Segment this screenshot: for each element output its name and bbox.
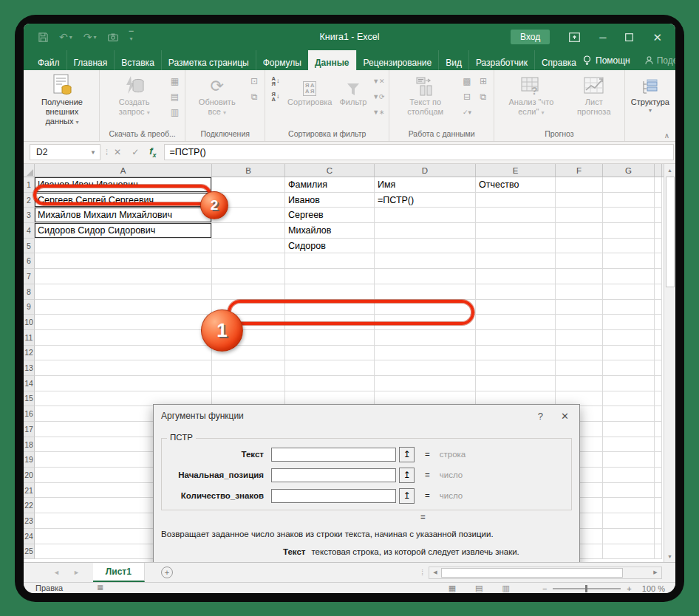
cell-G22[interactable] xyxy=(603,498,655,513)
row-header-20[interactable]: 20 xyxy=(24,468,35,483)
share-button[interactable]: Поделиться xyxy=(645,55,675,66)
cell-partial[interactable] xyxy=(655,239,662,254)
row-header-11[interactable]: 11 xyxy=(24,330,35,346)
cell-E8[interactable] xyxy=(476,284,556,300)
tab-Рецензирование[interactable]: Рецензирование xyxy=(356,50,439,70)
cell-partial[interactable] xyxy=(655,498,662,513)
row-header-19[interactable]: 19 xyxy=(24,452,35,468)
cell-partial[interactable] xyxy=(655,284,662,300)
cell-partial[interactable] xyxy=(655,468,662,483)
cell-G25[interactable] xyxy=(603,544,655,560)
cell-E7[interactable] xyxy=(476,269,556,284)
tab-Справка[interactable]: Справка xyxy=(534,50,583,70)
cell-E2[interactable] xyxy=(476,193,556,208)
dialog-close-icon[interactable]: ✕ xyxy=(561,411,569,422)
cell-G24[interactable] xyxy=(603,529,655,544)
cell-F12[interactable] xyxy=(556,346,603,361)
cell-E12[interactable] xyxy=(476,346,556,361)
cell-A8[interactable] xyxy=(35,284,212,300)
row-header-18[interactable]: 18 xyxy=(24,437,35,453)
cell-C8[interactable] xyxy=(285,284,375,300)
row-header-1[interactable]: 1 xyxy=(24,177,35,193)
row-header-8[interactable]: 8 xyxy=(24,284,35,300)
cell-A6[interactable] xyxy=(35,253,212,269)
cell-F3[interactable] xyxy=(556,208,603,223)
confirm-entry-icon[interactable]: ✓ xyxy=(132,147,139,157)
cell-C4[interactable]: Михайлов xyxy=(285,223,375,239)
row-header-14[interactable]: 14 xyxy=(24,376,35,391)
cell-E4[interactable] xyxy=(476,223,556,239)
from-table-icon[interactable]: ▤ xyxy=(167,89,182,103)
recent-sources-icon[interactable]: ▥ xyxy=(167,105,182,119)
tab-Файл[interactable]: Файл xyxy=(31,50,67,70)
cell-G21[interactable] xyxy=(603,483,655,499)
cell-G18[interactable] xyxy=(603,437,655,453)
column-header-C[interactable]: C xyxy=(285,164,375,177)
cell-C13[interactable] xyxy=(285,360,375,376)
cell-B5[interactable] xyxy=(212,239,285,254)
previous-sheet-icon[interactable]: ◄ xyxy=(53,569,60,576)
tab-splitter[interactable]: ⁞ xyxy=(421,569,423,577)
cell-F6[interactable] xyxy=(556,253,603,269)
relationships-icon[interactable]: ⧉ xyxy=(476,89,491,103)
sort-az-icon[interactable]: АЯ↓ xyxy=(268,74,283,88)
cell-B1[interactable] xyxy=(212,177,285,193)
cell-D1[interactable]: Имя xyxy=(375,177,476,193)
cell-A3[interactable]: Михайлов Михаил Михайлович xyxy=(35,208,212,223)
column-header-G[interactable]: G xyxy=(603,164,655,177)
cell-F1[interactable] xyxy=(556,177,603,193)
filter-button[interactable]: Фильтр xyxy=(335,72,370,107)
argument-input-0[interactable] xyxy=(271,448,396,462)
cell-G7[interactable] xyxy=(603,269,655,284)
cell-D12[interactable] xyxy=(375,346,476,361)
cell-C7[interactable] xyxy=(285,269,375,284)
cell-B14[interactable] xyxy=(212,376,285,391)
new-sheet-button[interactable]: + xyxy=(161,563,173,582)
cell-E5[interactable] xyxy=(476,239,556,254)
horizontal-scroll-thumb[interactable] xyxy=(441,568,623,578)
row-header-9[interactable]: 9 xyxy=(24,300,35,315)
cell-B13[interactable] xyxy=(212,360,285,376)
cell-F13[interactable] xyxy=(556,360,603,376)
cell-F11[interactable] xyxy=(556,330,603,346)
tab-Данные[interactable]: Данные xyxy=(308,50,356,70)
outline-button[interactable]: Структура ▾ xyxy=(627,72,673,114)
row-header-15[interactable]: 15 xyxy=(24,391,35,407)
cell-G23[interactable] xyxy=(603,513,655,529)
cell-partial[interactable] xyxy=(655,483,662,499)
tab-Главная[interactable]: Главная xyxy=(67,50,115,70)
cell-G6[interactable] xyxy=(603,253,655,269)
undo-dropdown-icon[interactable]: ▾ xyxy=(69,34,72,41)
argument-input-1[interactable] xyxy=(271,468,396,482)
redo-icon[interactable]: ↷▾ xyxy=(83,31,97,43)
row-header-4[interactable]: 4 xyxy=(24,223,35,239)
column-header-B[interactable]: B xyxy=(212,164,285,177)
tab-Разработчик[interactable]: Разработчик xyxy=(468,50,534,70)
cell-G2[interactable] xyxy=(603,193,655,208)
clear-filter-icon[interactable]: ▼✕ xyxy=(371,74,386,88)
column-header-F[interactable]: F xyxy=(556,164,603,177)
cell-C1[interactable]: Фамилия xyxy=(285,177,375,193)
normal-view-icon[interactable]: ▦ xyxy=(449,584,456,593)
row-header-12[interactable]: 12 xyxy=(24,346,35,361)
zoom-slider-knob[interactable] xyxy=(585,585,587,592)
cell-G10[interactable] xyxy=(603,315,655,330)
tell-me-button[interactable]: Помощн xyxy=(583,55,630,66)
cell-D6[interactable] xyxy=(375,253,476,269)
row-header-24[interactable]: 24 xyxy=(24,529,35,544)
sort-button[interactable]: Я АА Я Сортировка xyxy=(284,72,335,107)
cell-partial[interactable] xyxy=(655,422,662,437)
row-header-21[interactable]: 21 xyxy=(24,483,35,499)
cell-G15[interactable] xyxy=(603,391,655,407)
cell-F14[interactable] xyxy=(556,376,603,391)
cell-G19[interactable] xyxy=(603,452,655,468)
cell-partial[interactable] xyxy=(655,269,662,284)
cell-C3[interactable]: Сергеев xyxy=(285,208,375,223)
cell-G13[interactable] xyxy=(603,360,655,376)
formula-input[interactable]: =ПСТР() xyxy=(164,144,674,160)
cell-A7[interactable] xyxy=(35,269,212,284)
cell-partial[interactable] xyxy=(655,437,662,453)
row-header-23[interactable]: 23 xyxy=(24,513,35,529)
cell-F2[interactable] xyxy=(556,193,603,208)
collapse-dialog-icon[interactable]: ↥ xyxy=(399,488,415,504)
